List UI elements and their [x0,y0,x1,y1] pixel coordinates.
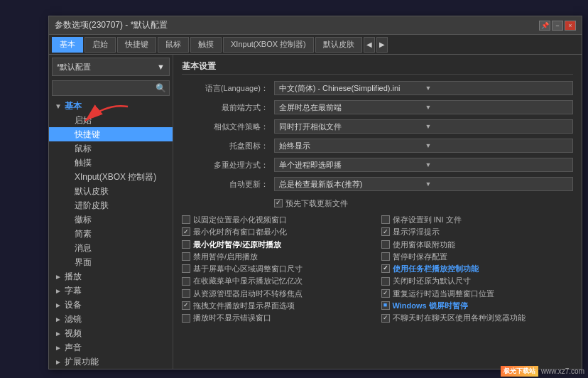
tray-arrow: ▼ [425,142,569,149]
cb-minimize-all[interactable]: 最小化时所有窗口都最小化 [182,227,374,237]
setting-row-tray: 托盘图标： 始终显示 ▼ [182,138,573,153]
tree-item-touch[interactable]: 触摸 [49,156,173,170]
cb-disable-pause[interactable]: 禁用暂停/启用播放 [182,252,374,261]
language-dropdown[interactable]: 中文(简体) - Chinese(Simplified).ini ▼ [274,81,573,95]
tree-label-device: 设备 [65,299,173,311]
tab-default-skin[interactable]: 默认皮肤 [315,37,362,53]
cb-fix-pos[interactable]: 以固定位置最小化视频窗口 [182,215,374,225]
tree-item-video[interactable]: ► 视频 [49,326,173,340]
cb-drag-menu-box[interactable] [182,301,190,310]
tree-item-logo[interactable]: 徽标 [49,212,173,227]
cb-no-error[interactable]: 播放时不显示错误窗口 [182,313,374,323]
minimize-button[interactable]: − [552,21,563,31]
tab-shortcut[interactable]: 快捷键 [117,37,156,53]
tree-item-default-skin[interactable]: 默认皮肤 [49,184,173,198]
cb-float-tips[interactable]: 显示浮淫提示 [381,227,574,237]
update-dropdown[interactable]: 总是检查最新版本(推荐) ▼ [274,177,573,191]
expand-icon-video: ► [55,330,65,338]
setting-row-similar: 相似文件策略： 同时打开相似文件 ▼ [182,119,573,134]
tree-item-simple[interactable]: 简素 [49,227,173,241]
tray-dropdown[interactable]: 始终显示 ▼ [274,139,573,153]
tree-item-audio[interactable]: ► 声音 [49,340,173,355]
tab-nav-right[interactable]: ▶ [376,37,388,53]
tree-item-device[interactable]: ► 设备 [49,298,173,312]
tree-label-extension: 扩展功能 [65,356,173,368]
search-box: 🔍 [52,80,170,96]
frontend-value: 全屏时总在最前端 [279,102,423,113]
tree-item-shortcut[interactable]: 快捷键 [49,127,173,141]
tab-nav-left[interactable]: ◀ [364,37,375,53]
tree-label-video: 视频 [65,328,173,340]
cb-close-native[interactable]: 关闭时还原为默认尺寸 [381,276,574,286]
tree-label-playback: 播放 [65,271,173,283]
auto-download-cb[interactable] [274,199,283,207]
tree-item-subtitle[interactable]: ► 字幕 [49,284,173,298]
cb-idle-browser-box[interactable] [381,314,390,323]
multi-dropdown[interactable]: 单个进程即选即播 ▼ [274,158,573,172]
cb-no-error-label: 播放时不显示错误窗口 [193,313,271,323]
tab-touch[interactable]: 触摸 [190,37,222,53]
frontend-dropdown[interactable]: 全屏时总在最前端 ▼ [274,100,573,114]
tree-label-message: 消息 [75,242,173,254]
cb-pause-save-box[interactable] [381,252,390,261]
cb-no-move-focus[interactable]: 从资源管理器启动时不转移焦点 [182,288,374,298]
tab-xinput[interactable]: XInput(XBOX 控制器) [223,37,314,53]
cb-restore-pos[interactable]: 重复运行时适当调整窗口位置 [381,288,574,298]
cb-no-error-box[interactable] [182,314,190,323]
tree-label-logo: 徽标 [75,214,173,226]
cb-min-pause[interactable]: 最小化时暂停/还原时播放 [182,239,374,249]
setting-row-frontend: 最前端方式： 全屏时总在最前端 ▼ [182,99,573,115]
similar-label: 相似文件策略： [182,122,274,132]
cb-min-pause-box[interactable] [182,240,190,249]
cb-center-resize[interactable]: 基于屏幕中心区域调整窗口尺寸 [182,264,374,274]
search-input[interactable] [55,84,156,92]
tree-item-basic[interactable]: ▼ 基本 [49,99,173,113]
cb-float-tips-box[interactable] [381,227,390,236]
title-bar: 参数选项(230707) - *默认配置 📌 − × [49,16,582,35]
cb-pause-save[interactable]: 暂停时保存配置 [381,252,574,261]
cb-close-native-box[interactable] [381,277,390,286]
tree-item-message[interactable]: 消息 [49,241,173,255]
tree-item-extension[interactable]: ► 扩展功能 [49,355,173,369]
pin-button[interactable]: 📌 [539,21,550,31]
cb-save-ini[interactable]: 保存设置到 INI 文件 [381,215,574,225]
cb-drag-menu[interactable]: 拖拽文件播放时显示界面选项 [182,301,374,310]
cb-center-resize-box[interactable] [182,264,190,273]
cb-disable-pause-box[interactable] [182,252,190,261]
cb-win-lock-box[interactable]: ■ [381,301,390,310]
cb-save-ini-box[interactable] [381,215,390,224]
tree-label-simple: 简素 [75,228,173,240]
tree-item-start[interactable]: 启始 [49,113,173,127]
cb-taskbar-absorb[interactable]: 使用窗体吸附功能 [381,239,574,249]
tree-item-mouse[interactable]: 鼠标 [49,141,173,156]
cb-minimize-all-box[interactable] [182,227,190,236]
update-arrow: ▼ [425,180,569,188]
cb-fix-pos-box[interactable] [182,215,190,224]
tab-mouse[interactable]: 鼠标 [158,37,189,53]
cb-taskbar-ctrl[interactable]: 使用任务栏播放控制功能 [381,264,574,274]
cb-idle-browser[interactable]: 不聊天时在聊天区使用各种浏览器功能 [381,313,574,323]
cb-win-lock[interactable]: ■ Windows 锁屏时暂停 [381,301,574,310]
tab-basic[interactable]: 基本 [52,37,83,53]
cb-restore-pos-box[interactable] [381,289,390,298]
tree-item-advanced-skin[interactable]: 进阶皮肤 [49,198,173,212]
profile-dropdown[interactable]: *默认配置 ▼ [52,58,170,76]
tree-item-playback[interactable]: ► 播放 [49,269,173,284]
tree-item-interface[interactable]: 界面 [49,255,173,269]
search-icon[interactable]: 🔍 [156,83,166,93]
watermark-url: www.xz7.com [541,367,584,375]
expand-icon-filter: ► [55,315,65,323]
cb-taskbar-ctrl-box[interactable] [381,264,390,273]
cb-taskbar-absorb-box[interactable] [381,240,390,249]
similar-dropdown[interactable]: 同时打开相似文件 ▼ [274,119,573,134]
cb-tray-single[interactable]: 在收藏菜单中显示播放记忆亿次 [182,276,374,286]
tab-start[interactable]: 启始 [85,37,116,53]
tree-item-filter[interactable]: ► 滤镜 [49,312,173,326]
similar-arrow: ▼ [425,123,569,130]
tree-item-xinput[interactable]: XInput(XBOX 控制器) [49,170,173,184]
tree-label-audio: 声音 [65,342,173,354]
close-button[interactable]: × [565,21,576,31]
cb-tray-single-box[interactable] [182,277,190,286]
cb-no-move-focus-box[interactable] [182,289,190,298]
auto-download-checkbox[interactable]: 预先下载更新文件 [274,198,348,208]
